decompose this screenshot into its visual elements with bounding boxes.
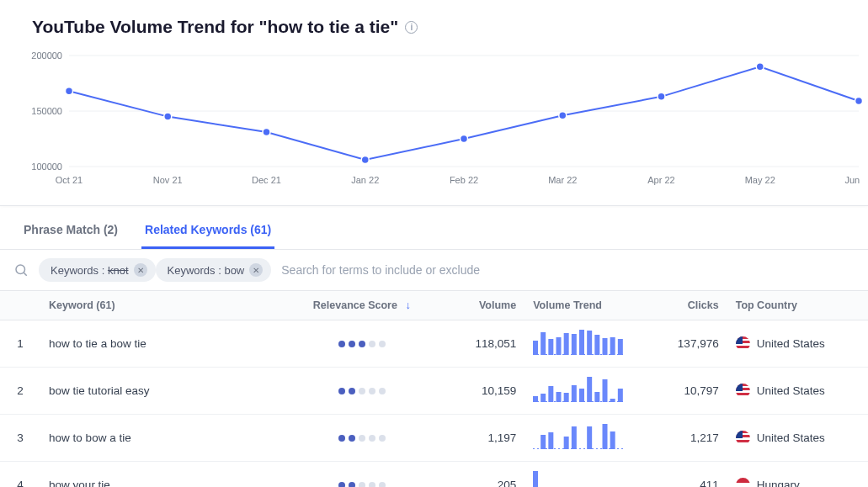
chip-remove-icon[interactable]: ✕	[134, 263, 147, 277]
th-keyword[interactable]: Keyword (61)	[40, 291, 296, 320]
volume-trend-chart[interactable]: 100000150000200000Oct 21Nov 21Dec 21Jan …	[20, 47, 862, 190]
svg-rect-60	[533, 471, 538, 487]
svg-rect-45	[579, 389, 584, 402]
svg-rect-28	[549, 339, 554, 355]
row-index: 4	[0, 462, 40, 488]
table-header-row: Keyword (61) Relevance Score ↓ Volume Vo…	[0, 291, 868, 320]
svg-point-22	[756, 63, 764, 71]
svg-rect-26	[533, 341, 538, 355]
chart-card: YouTube Volume Trend for "how to tie a t…	[0, 0, 868, 206]
volume-value: 1,197	[428, 415, 525, 462]
svg-rect-43	[564, 393, 569, 402]
svg-rect-57	[603, 424, 608, 449]
row-index: 3	[0, 415, 40, 462]
volume-trend-spark	[533, 330, 626, 355]
svg-rect-29	[556, 337, 562, 355]
filter-chip[interactable]: Keywords : knot✕	[39, 258, 156, 282]
svg-rect-50	[618, 389, 623, 402]
flag-icon	[736, 384, 750, 398]
svg-rect-48	[603, 379, 608, 402]
chip-remove-icon[interactable]: ✕	[249, 263, 263, 277]
th-volume[interactable]: Volume	[428, 291, 525, 320]
top-country: United States	[736, 336, 860, 351]
svg-rect-39	[533, 396, 538, 402]
top-country: Hungary	[736, 478, 860, 487]
svg-text:Jun 22: Jun 22	[844, 175, 862, 185]
country-name: United States	[757, 337, 825, 350]
svg-rect-44	[572, 385, 577, 402]
svg-text:Dec 21: Dec 21	[252, 175, 281, 185]
keyword-link[interactable]: bow your tie	[49, 479, 110, 487]
country-name: United States	[757, 384, 825, 397]
sort-desc-icon: ↓	[405, 299, 410, 311]
svg-point-24	[16, 265, 25, 274]
svg-rect-55	[572, 426, 577, 449]
table-row: 2bow tie tutorial easy10,15910,797United…	[0, 368, 868, 415]
svg-point-20	[559, 112, 567, 119]
clicks-value: 10,797	[639, 368, 727, 415]
svg-line-25	[24, 273, 26, 275]
keyword-link[interactable]: bow tie tutorial easy	[49, 384, 149, 397]
svg-rect-53	[549, 432, 554, 449]
table-row: 3how to bow a tie1,1971,217United States	[0, 415, 868, 462]
tab-phrase-match[interactable]: Phrase Match (2)	[20, 218, 121, 249]
svg-text:May 22: May 22	[745, 175, 775, 185]
volume-value: 10,159	[428, 368, 525, 415]
svg-text:Nov 21: Nov 21	[153, 175, 183, 185]
svg-rect-41	[549, 386, 554, 402]
country-name: United States	[757, 431, 825, 444]
svg-rect-33	[587, 331, 592, 355]
volume-value: 118,051	[428, 320, 525, 368]
relevance-score	[304, 435, 419, 442]
svg-text:100000: 100000	[31, 161, 62, 172]
svg-rect-54	[564, 437, 569, 449]
svg-text:200000: 200000	[31, 50, 62, 61]
th-relevance[interactable]: Relevance Score ↓	[296, 291, 428, 320]
country-name: Hungary	[757, 479, 800, 487]
filter-chip[interactable]: Keywords : bow✕	[156, 258, 272, 282]
search-icon	[13, 262, 29, 278]
tab-related-keywords[interactable]: Related Keywords (61)	[141, 218, 274, 249]
top-country: United States	[736, 431, 860, 445]
svg-text:Mar 22: Mar 22	[548, 175, 577, 185]
svg-point-18	[361, 156, 369, 164]
relevance-score	[304, 388, 419, 394]
row-index: 2	[0, 368, 40, 415]
keyword-link[interactable]: how to bow a tie	[49, 431, 131, 444]
svg-rect-56	[587, 426, 592, 449]
svg-rect-47	[595, 392, 600, 402]
svg-point-23	[855, 98, 863, 105]
svg-rect-42	[556, 392, 562, 402]
th-trend[interactable]: Volume Trend	[525, 291, 639, 320]
svg-rect-31	[572, 334, 577, 355]
svg-point-19	[461, 135, 468, 143]
svg-text:Oct 21: Oct 21	[56, 175, 83, 185]
svg-rect-37	[618, 339, 623, 355]
keyword-filter-input[interactable]	[281, 263, 855, 277]
flag-icon	[736, 336, 750, 351]
svg-text:Feb 22: Feb 22	[450, 175, 478, 185]
info-icon[interactable]: i	[405, 21, 418, 34]
svg-point-21	[658, 93, 665, 100]
svg-point-17	[263, 129, 270, 136]
svg-text:Apr 22: Apr 22	[647, 175, 674, 185]
svg-rect-58	[610, 431, 615, 449]
th-relevance-label: Relevance Score	[313, 299, 397, 311]
filter-bar: Keywords : knot✕Keywords : bow✕	[0, 250, 868, 291]
th-clicks[interactable]: Clicks	[639, 291, 727, 320]
volume-trend-spark	[533, 377, 626, 402]
volume-value: 205	[428, 462, 525, 488]
flag-icon	[736, 478, 750, 487]
th-country[interactable]: Top Country	[727, 291, 868, 320]
svg-rect-36	[610, 337, 615, 355]
svg-text:150000: 150000	[31, 106, 62, 116]
clicks-value: 137,976	[639, 320, 727, 368]
keyword-link[interactable]: how to tie a bow tie	[49, 337, 146, 350]
flag-icon	[736, 431, 750, 445]
svg-rect-32	[579, 330, 584, 355]
chip-label: Keywords : bow	[168, 264, 245, 277]
relevance-score	[304, 482, 419, 488]
table-row: 4bow your tie205411Hungary	[0, 462, 868, 488]
svg-rect-35	[603, 338, 608, 355]
volume-trend-spark	[533, 424, 626, 449]
